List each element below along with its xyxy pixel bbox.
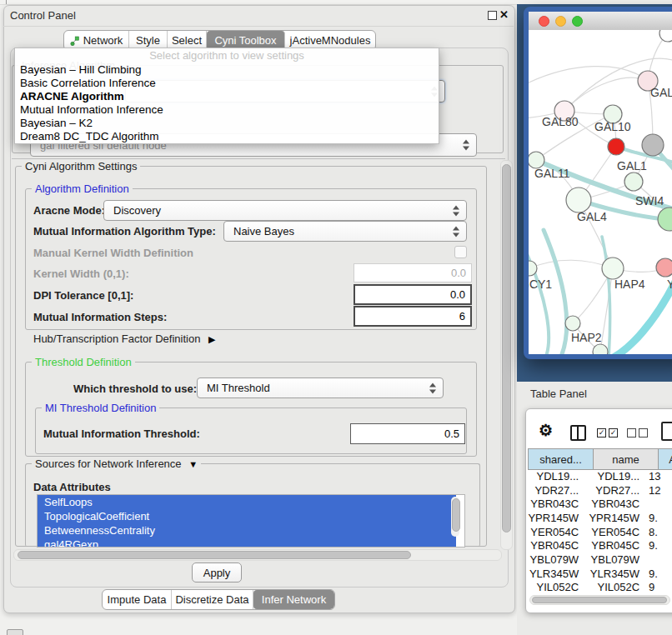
table-row[interactable]: YDR27...YDR27...12 — [528, 483, 672, 498]
tab-label: Cyni Toolbox — [214, 34, 276, 47]
collapsed-panel-icon[interactable] — [7, 629, 23, 635]
dpi-tolerance-field[interactable] — [354, 284, 472, 305]
algorithm-item-bayesian-k2[interactable]: Bayesian – K2 — [15, 117, 439, 130]
sources-legend[interactable]: Sources for Network Inference ▼ — [32, 458, 201, 470]
table-cell[interactable]: YBR045C — [528, 539, 587, 552]
show-checked-columns-icon[interactable]: ✓ ✓ — [597, 428, 618, 438]
table-row[interactable]: YDL19...YDL19...13 — [528, 469, 672, 483]
table-cell[interactable]: 12 — [646, 484, 672, 497]
minimize-traffic-light-icon[interactable] — [555, 16, 566, 27]
mi-threshold-field[interactable] — [350, 423, 465, 444]
column-header-name[interactable]: name — [594, 449, 659, 469]
float-window-icon[interactable] — [488, 11, 497, 20]
table-cell[interactable]: YLR345W — [587, 568, 646, 580]
network-node-gal11[interactable] — [529, 152, 544, 168]
table-row[interactable]: YPR145WYPR145W9. — [528, 511, 672, 525]
new-table-icon[interactable] — [661, 422, 672, 441]
table-cell[interactable]: YDL19... — [528, 470, 587, 482]
table-cell[interactable]: 9. — [646, 512, 672, 524]
table-row[interactable]: YBR045CYBR045C9. — [528, 538, 672, 552]
close-icon[interactable]: ✕ — [499, 8, 509, 21]
close-traffic-light-icon[interactable] — [539, 16, 549, 27]
bottom-tab-impute-data[interactable]: Impute Data — [103, 590, 172, 609]
hub-definition-toggle[interactable]: Hub/Transcription Factor Definition ▶ — [33, 332, 215, 345]
aracne-mode-value: Discovery — [113, 204, 161, 217]
network-node-y[interactable] — [656, 258, 672, 277]
hide-columns-icon[interactable] — [627, 428, 648, 438]
manual-kernel-checkbox[interactable] — [454, 246, 467, 258]
which-threshold-combo[interactable]: MI Threshold — [197, 378, 444, 398]
network-edge[interactable] — [564, 78, 648, 111]
network-node-hap4[interactable] — [602, 258, 624, 279]
table-cell[interactable]: YBR043C — [528, 498, 587, 510]
network-edge[interactable] — [529, 67, 648, 85]
table-cell[interactable]: 8. — [646, 526, 672, 538]
attributes-scrollbar-thumb[interactable] — [452, 498, 460, 532]
column-header-a[interactable]: A — [659, 449, 672, 469]
algorithm-item-bayesian-hill-climbing[interactable]: Bayesian – Hill Climbing — [15, 63, 439, 77]
mi-steps-field[interactable] — [354, 306, 472, 327]
table-cell[interactable]: 9. — [646, 568, 672, 580]
table-cell[interactable]: YBL079W — [528, 553, 587, 566]
network-node[interactable] — [593, 344, 608, 354]
column-header-shared[interactable]: shared... — [529, 449, 594, 469]
table-cell[interactable]: YDR27... — [528, 484, 587, 497]
table-cell[interactable]: 9. — [646, 539, 672, 552]
network-canvas[interactable]: GALGAL80GAL10GAL11GAL1SWI4GAL4GCY1HAP4YH… — [529, 30, 672, 354]
settings-hscrollbar[interactable] — [13, 549, 502, 561]
bottom-tab-infer-network[interactable]: Infer Network — [253, 590, 334, 609]
mi-type-combo[interactable]: Naive Bayes — [223, 221, 467, 242]
aracne-mode-combo[interactable]: Discovery — [103, 200, 467, 221]
network-node[interactable] — [608, 138, 624, 155]
attribute-item-selfloops[interactable]: SelfLoops — [38, 495, 456, 509]
network-node-hap2[interactable] — [565, 316, 580, 331]
attributes-scrollbar[interactable] — [451, 497, 459, 537]
network-node[interactable] — [659, 30, 672, 42]
table-cell[interactable]: YBL079W — [587, 553, 646, 566]
table-row[interactable]: YBL079WYBL079W — [528, 552, 672, 567]
network-node-gal1[interactable] — [624, 172, 643, 191]
table-cell[interactable]: YPR145W — [528, 512, 587, 524]
table-row[interactable]: YER054CYER054C8. — [528, 525, 672, 539]
table-cell[interactable]: YBR043C — [587, 498, 646, 510]
algorithm-item-basic-correlation-inference[interactable]: Basic Correlation Inference — [15, 77, 439, 90]
table-row[interactable]: YLR345WYLR345W9. — [528, 567, 672, 581]
table-hscrollbar[interactable] — [529, 595, 670, 605]
table-cell[interactable]: 9 — [646, 581, 672, 593]
settings-vscrollbar[interactable] — [500, 160, 513, 550]
settings-vscrollbar-thumb[interactable] — [502, 164, 511, 532]
network-edge[interactable] — [529, 260, 613, 268]
table-cell[interactable]: YER054C — [587, 526, 646, 538]
table-cell[interactable]: 13 — [646, 470, 672, 482]
column-layout-icon[interactable] — [570, 425, 586, 441]
table-row[interactable]: YBR043CYBR043C — [528, 497, 672, 511]
table-cell[interactable]: YPR145W — [587, 512, 646, 524]
network-edge[interactable] — [544, 230, 567, 354]
network-node-swi4[interactable] — [658, 208, 672, 231]
table-cell[interactable]: YER054C — [528, 526, 587, 538]
table-cell[interactable]: YIL052C — [528, 581, 587, 593]
zoom-traffic-light-icon[interactable] — [572, 16, 583, 27]
attribute-item-topologicalcoefficient[interactable]: TopologicalCoefficient — [38, 509, 456, 523]
table-cell[interactable]: YIL052C — [587, 581, 646, 593]
algorithm-item-mutual-information-inference[interactable]: Mutual Information Inference — [15, 103, 439, 117]
gear-icon[interactable]: ⚙ — [539, 421, 553, 440]
attribute-item-betweennesscentrality[interactable]: BetweennessCentrality — [38, 523, 456, 538]
algorithm-item-aracne-algorithm[interactable]: ARACNE Algorithm — [15, 90, 439, 103]
kernel-width-field[interactable] — [354, 263, 472, 282]
table-hscrollbar-thumb[interactable] — [532, 597, 667, 603]
algorithm-item-dream8-dc-tdc-algorithm[interactable]: Dream8 DC_TDC Algorithm — [15, 130, 439, 143]
settings-hscrollbar-thumb[interactable] — [18, 551, 411, 559]
attribute-item-gal4rgexp[interactable]: gal4RGexp — [38, 538, 456, 548]
table-cell[interactable]: YDR27... — [587, 484, 646, 497]
table-cell[interactable]: YDL19... — [587, 470, 646, 482]
bottom-tab-discretize-data[interactable]: Discretize Data — [172, 590, 253, 609]
table-cell[interactable]: YLR345W — [528, 568, 587, 580]
table-cell[interactable]: YBR045C — [587, 539, 646, 552]
apply-button[interactable]: Apply — [192, 562, 242, 582]
table-row[interactable]: YIL052CYIL052C9 — [528, 581, 672, 595]
network-node-gal4[interactable] — [566, 188, 591, 212]
network-node[interactable] — [642, 134, 664, 156]
network-edge[interactable] — [602, 237, 610, 354]
algorithm-definition-legend: Algorithm Definition — [32, 182, 133, 195]
